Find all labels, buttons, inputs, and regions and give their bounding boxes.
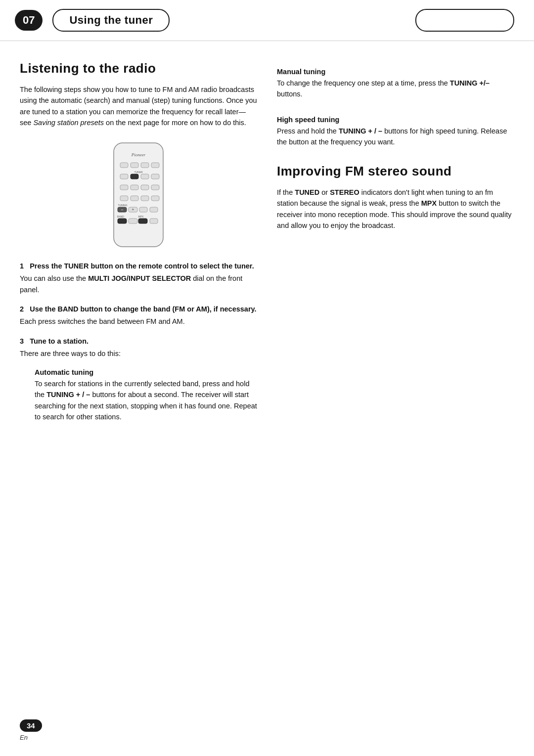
step-1-heading: 1 Press the TUNER button on the remote c… xyxy=(20,261,257,271)
svg-rect-3 xyxy=(131,163,138,168)
footer-language: En xyxy=(20,734,514,741)
svg-rect-13 xyxy=(141,185,149,190)
page-number: 34 xyxy=(20,719,42,732)
footer: 34 En xyxy=(0,719,534,741)
main-content: Listening to the radio The following ste… xyxy=(0,41,534,430)
svg-rect-24 xyxy=(139,207,147,212)
step-2-body: Each press switches the band between FM … xyxy=(20,316,257,327)
right-column: Manual tuning To change the frequency on… xyxy=(277,61,514,430)
svg-rect-10 xyxy=(151,174,159,179)
svg-rect-25 xyxy=(150,207,158,212)
svg-rect-2 xyxy=(120,163,128,168)
svg-rect-18 xyxy=(151,196,159,201)
step-3-heading: 3 Tune to a station. xyxy=(20,336,257,346)
svg-rect-4 xyxy=(141,163,149,168)
highspeed-tuning-body: Press and hold the TUNING + / – buttons … xyxy=(277,126,514,148)
svg-text:MPX: MPX xyxy=(138,215,144,218)
header: 07 Using the tuner xyxy=(0,0,534,41)
highspeed-tuning-section: High speed tuning Press and hold the TUN… xyxy=(277,116,514,148)
svg-rect-9 xyxy=(141,174,149,179)
svg-rect-8 xyxy=(131,174,138,179)
improving-fm-body: If the TUNED or STEREO indicators don't … xyxy=(277,187,514,231)
svg-text:−: − xyxy=(121,207,123,212)
svg-text:Pioneer: Pioneer xyxy=(131,152,146,157)
step-2-heading: 2 Use the BAND button to change the band… xyxy=(20,304,257,314)
step-1-block: 1 Press the TUNER button on the remote c… xyxy=(20,261,257,295)
listening-heading: Listening to the radio xyxy=(20,61,257,76)
step-3-block: 3 Tune to a station. There are three way… xyxy=(20,336,257,359)
step-1-body: You can also use the MULTI JOG/INPUT SEL… xyxy=(20,273,257,295)
step-2-block: 2 Use the BAND button to change the band… xyxy=(20,304,257,327)
svg-rect-14 xyxy=(151,185,159,190)
svg-rect-28 xyxy=(118,219,127,223)
svg-rect-30 xyxy=(138,219,147,223)
svg-text:+: + xyxy=(132,207,134,212)
svg-rect-11 xyxy=(120,185,128,190)
manual-tuning-heading: Manual tuning xyxy=(277,68,514,76)
svg-text:BAND: BAND xyxy=(117,215,124,218)
manual-tuning-section: Manual tuning To change the frequency on… xyxy=(277,68,514,100)
remote-image: Pioneer TUNER xyxy=(20,140,257,249)
manual-tuning-body: To change the frequency one step at a ti… xyxy=(277,78,514,100)
step-3-body: There are three ways to do this: xyxy=(20,348,257,359)
improving-fm-heading: Improving FM stereo sound xyxy=(277,164,514,179)
svg-rect-17 xyxy=(141,196,149,201)
automatic-tuning-section: Automatic tuning To search for stations … xyxy=(35,368,257,423)
svg-rect-7 xyxy=(120,174,128,179)
chapter-number: 07 xyxy=(15,10,43,31)
svg-rect-12 xyxy=(131,185,138,190)
svg-rect-16 xyxy=(131,196,138,201)
left-column: Listening to the radio The following ste… xyxy=(20,61,257,430)
svg-rect-29 xyxy=(129,219,137,223)
svg-rect-15 xyxy=(120,196,128,201)
listening-intro: The following steps show you how to tune… xyxy=(20,84,257,129)
highspeed-tuning-heading: High speed tuning xyxy=(277,116,514,124)
automatic-tuning-heading: Automatic tuning xyxy=(35,368,257,376)
remote-svg: Pioneer TUNER xyxy=(104,140,173,249)
svg-rect-5 xyxy=(151,163,159,168)
svg-text:TUNING: TUNING xyxy=(118,204,127,207)
automatic-tuning-body: To search for stations in the currently … xyxy=(35,378,257,423)
header-right-decoration xyxy=(415,9,514,32)
chapter-title: Using the tuner xyxy=(52,9,170,32)
svg-rect-31 xyxy=(150,219,158,223)
improving-fm-section: Improving FM stereo sound If the TUNED o… xyxy=(277,164,514,231)
svg-text:TUNER: TUNER xyxy=(134,171,143,174)
svg-rect-0 xyxy=(114,143,163,247)
